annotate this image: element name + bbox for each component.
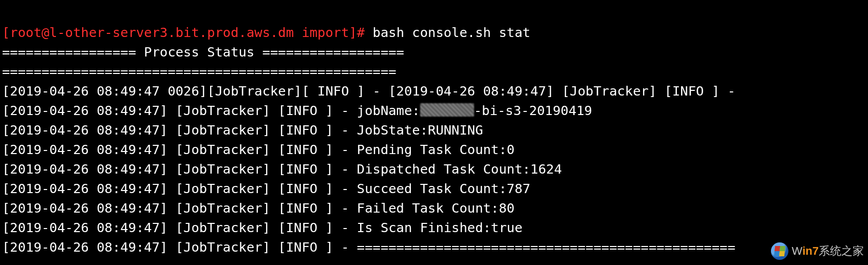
log-line: [2019-04-26 08:49:47] [JobTracker] [INFO… <box>2 103 592 118</box>
log-line: [2019-04-26 08:49:47] [JobTracker] [INFO… <box>2 142 515 157</box>
status-header: ================= Process Status =======… <box>2 44 404 60</box>
log-line: [2019-04-26 08:49:47 0026][JobTracker][ … <box>2 83 735 99</box>
log-line: [2019-04-26 08:49:47] [JobTracker] [INFO… <box>2 122 483 138</box>
terminal-output[interactable]: [root@l-other-server3.bit.prod.aws.dm im… <box>0 0 868 257</box>
log-line: [2019-04-26 08:49:47] [JobTracker] [INFO… <box>2 161 562 177</box>
log-line: [2019-04-26 08:49:47] [JobTracker] [INFO… <box>2 239 735 255</box>
divider-line: ========================================… <box>2 64 397 79</box>
log-line: [2019-04-26 08:49:47] [JobTracker] [INFO… <box>2 200 515 216</box>
redacted-text <box>420 103 474 117</box>
shell-command: bash console.sh stat <box>373 25 531 40</box>
shell-prompt: [root@l-other-server3.bit.prod.aws.dm im… <box>2 25 365 40</box>
log-line: [2019-04-26 08:49:47] [JobTracker] [INFO… <box>2 181 531 196</box>
log-line: [2019-04-26 08:49:47] [JobTracker] [INFO… <box>2 220 522 235</box>
